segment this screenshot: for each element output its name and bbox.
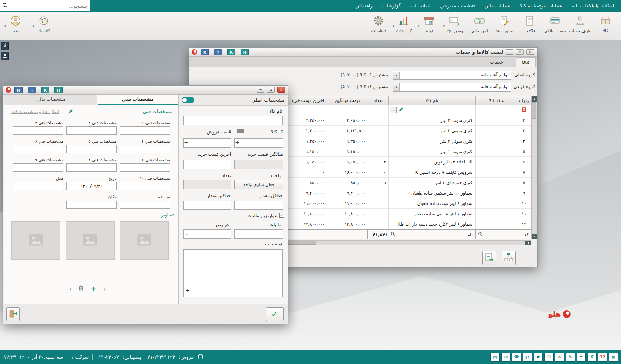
- tech-field-input[interactable]: [120, 145, 170, 153]
- info-button[interactable]: i: [1, 42, 9, 50]
- search-input[interactable]: [10, 3, 88, 9]
- calculator-icon[interactable]: ≡: [577, 353, 586, 362]
- tech-field-input[interactable]: [66, 201, 117, 209]
- code-filter-cell[interactable]: كد: [475, 229, 531, 239]
- chevron-down-icon[interactable]: ▾: [393, 24, 394, 28]
- toolbar-money[interactable]: $امور مالي: [467, 13, 492, 39]
- max-amount-input[interactable]: [183, 201, 231, 210]
- tech-field-input[interactable]: [66, 182, 117, 190]
- toolbar-invoice[interactable]: فاكتور: [517, 13, 542, 39]
- toolbar-user[interactable]: ▾مدير: [3, 13, 28, 39]
- column-header-5[interactable]: آخرين قيمت خريد: [288, 96, 327, 105]
- company-name[interactable]: شركت ۱: [71, 354, 89, 360]
- image-placeholder[interactable]: [120, 221, 169, 260]
- maximize-button[interactable]: ▫: [267, 87, 275, 93]
- edit-spec-titles-link[interactable]: اصلاح عناوين مشخصات فني: [11, 109, 59, 114]
- sub-group-combobox[interactable]: لوازم آشپزخانه ▾: [393, 83, 511, 92]
- toolbar-production[interactable]: ▾توليد: [416, 13, 442, 39]
- scroll-left-icon[interactable]: ▾: [525, 241, 531, 245]
- tab-financial-specs[interactable]: مشخصات مالي: [4, 95, 97, 105]
- tech-field-input[interactable]: [13, 182, 63, 190]
- search-icon[interactable]: [478, 232, 483, 238]
- network-icon[interactable]: #: [534, 353, 543, 362]
- taxes-checkbox[interactable]: ✓: [279, 213, 284, 218]
- hktr-button-k[interactable]: K: [41, 87, 49, 93]
- search-icon[interactable]: [390, 232, 395, 238]
- edit-icon[interactable]: ✎: [566, 353, 575, 362]
- menu-item-4[interactable]: اصلاحــات: [406, 0, 435, 12]
- scrollbar-thumb[interactable]: [532, 102, 536, 119]
- delete-image-icon[interactable]: [78, 285, 84, 292]
- toolbar-reports[interactable]: ▾گزارشات: [391, 13, 416, 39]
- exit-button[interactable]: [6, 307, 20, 321]
- next-image-icon[interactable]: ›: [103, 285, 106, 292]
- min-amount-input[interactable]: [234, 201, 283, 210]
- tech-field-input[interactable]: [66, 163, 117, 172]
- close-button[interactable]: ×: [526, 49, 534, 55]
- edit-pencil-icon[interactable]: [399, 107, 404, 113]
- minimize-button[interactable]: ─: [257, 87, 264, 93]
- menu-item-6[interactable]: راهنمائي: [350, 0, 377, 12]
- sell-price-input[interactable]: [183, 138, 231, 148]
- activate-unit-button[interactable]: فعال سازي واحد: [234, 180, 283, 189]
- hktr-button-t[interactable]: T: [28, 87, 36, 93]
- hktr-button-k[interactable]: K: [227, 49, 235, 55]
- phone-icon[interactable]: ☎: [512, 353, 521, 362]
- chevron-down-icon[interactable]: ▾: [418, 24, 420, 28]
- tech-field-input[interactable]: [120, 201, 170, 209]
- menu-item-1[interactable]: عمليات مرتبط به كالا: [515, 0, 567, 12]
- chevron-down-icon[interactable]: ▾: [393, 83, 400, 91]
- scroll-up-icon[interactable]: ▴: [532, 96, 537, 102]
- vertical-scrollbar[interactable]: ▴ ▾: [531, 96, 537, 239]
- table-icon[interactable]: ▦: [609, 353, 618, 362]
- delete-row-icon[interactable]: [521, 106, 527, 113]
- tab-goods[interactable]: كالا: [516, 57, 536, 67]
- export-list-button[interactable]: [482, 251, 496, 265]
- menu-item-0[interactable]: امكانات/اطلاعات پايه: [567, 0, 619, 12]
- pencil-icon[interactable]: [68, 109, 73, 116]
- images-link[interactable]: تصاوير: [161, 212, 174, 218]
- printer-icon[interactable]: ▤: [490, 353, 500, 362]
- hktr-button-r[interactable]: R: [14, 87, 23, 93]
- tech-field-input[interactable]: [120, 126, 170, 135]
- tech-field-input[interactable]: [66, 126, 117, 135]
- toolbar-bank-card[interactable]: حساب بانكي: [542, 13, 568, 39]
- item-name-input[interactable]: [183, 116, 283, 125]
- mail-icon[interactable]: ✉: [501, 353, 511, 362]
- toolbar-palette[interactable]: ▾كلاسيك: [31, 13, 56, 39]
- panel-toggle-switch[interactable]: [182, 97, 194, 103]
- apps-icon[interactable]: ⊞: [544, 353, 554, 362]
- item-window-titlebar[interactable]: HKTR ─ ▫ ×: [3, 86, 288, 95]
- image-placeholder[interactable]: [66, 221, 115, 260]
- chevron-down-icon[interactable]: ▾: [33, 24, 34, 28]
- item-code-input[interactable]: [234, 138, 283, 148]
- scroll-down-icon[interactable]: ▾: [532, 234, 537, 239]
- hktr-button-h[interactable]: H: [241, 49, 249, 55]
- column-header-4[interactable]: قيمت ميانگين: [327, 96, 368, 105]
- image-placeholder[interactable]: [11, 221, 60, 260]
- k-keyboard-icon[interactable]: K: [587, 353, 597, 362]
- column-header-0[interactable]: رديف: [517, 96, 531, 105]
- toolbar-cheque[interactable]: ▾وصول چك: [442, 13, 467, 39]
- tech-field-input[interactable]: [13, 163, 63, 172]
- hktr-button-h[interactable]: H: [54, 87, 63, 93]
- prev-image-icon[interactable]: ‹: [69, 285, 72, 292]
- toolbar-document-pencil[interactable]: صدور سند: [492, 13, 517, 39]
- chevron-down-icon[interactable]: ▾: [443, 24, 445, 28]
- toolbar-person[interactable]: طرف حساب: [568, 13, 593, 39]
- calendar-12-icon[interactable]: 12: [598, 353, 607, 362]
- tech-field-input[interactable]: [120, 163, 170, 172]
- last-buy-price-input[interactable]: [183, 160, 231, 169]
- chevron-down-icon[interactable]: ▾: [4, 24, 6, 28]
- tech-field-input[interactable]: [120, 182, 170, 190]
- column-header-3[interactable]: تعداد: [368, 96, 388, 105]
- tab-technical-specs[interactable]: مشخصات فني: [98, 95, 178, 105]
- generate-code-plus-icon[interactable]: +: [235, 139, 240, 145]
- support-agent-button[interactable]: [1, 52, 9, 60]
- toolbar-gear[interactable]: تنظيمات: [366, 13, 391, 39]
- chevron-down-icon[interactable]: ▾: [393, 72, 400, 79]
- column-header-1[interactable]: ▴كد كالا: [475, 96, 517, 105]
- menu-item-5[interactable]: گزارشات: [377, 0, 406, 12]
- confirm-button[interactable]: ✓: [266, 307, 284, 321]
- tab-services[interactable]: خدمات: [484, 57, 509, 67]
